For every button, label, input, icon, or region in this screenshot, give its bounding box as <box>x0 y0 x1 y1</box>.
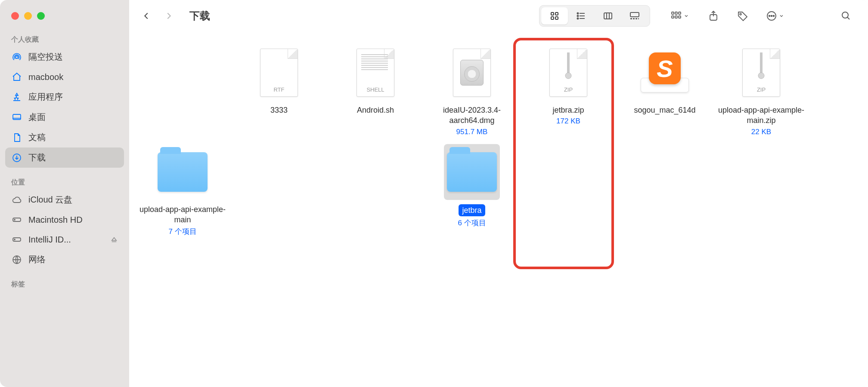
sidebar-item-macintosh-hd[interactable]: Macintosh HD <box>5 210 124 230</box>
file-thumb-folder <box>444 144 500 200</box>
sidebar-item-desktop[interactable]: 桌面 <box>5 107 124 127</box>
doc-type-label: ZIP <box>757 86 766 93</box>
file-item[interactable]: ZIP jetbra.zip 172 KB <box>520 42 617 141</box>
svg-rect-9 <box>555 12 558 15</box>
file-meta: 22 KB <box>751 128 771 136</box>
sidebar-label: 隔空投送 <box>28 51 63 63</box>
tags-button[interactable] <box>732 6 753 25</box>
svg-rect-10 <box>551 17 554 19</box>
sidebar: 个人收藏 隔空投送 macbook 应用程序 桌面 <box>0 0 129 387</box>
file-grid-area[interactable]: RTF 3333 SHELL Android.sh <box>129 32 868 387</box>
view-gallery-button[interactable] <box>621 7 648 25</box>
close-window-button[interactable] <box>11 12 19 20</box>
svg-rect-25 <box>675 16 677 18</box>
view-column-button[interactable] <box>595 7 621 25</box>
folder-icon <box>447 152 497 192</box>
zoom-window-button[interactable] <box>37 12 45 20</box>
share-button[interactable] <box>703 6 724 25</box>
view-list-button[interactable] <box>568 7 595 25</box>
file-name: upload-app-api-example-main.zip <box>716 105 806 126</box>
file-thumb-zip: ZIP <box>540 45 596 101</box>
file-grid: RTF 3333 SHELL Android.sh <box>134 42 863 242</box>
svg-rect-24 <box>672 16 674 18</box>
folder-icon <box>158 152 208 192</box>
svg-rect-20 <box>638 18 639 19</box>
sidebar-item-home[interactable]: macbook <box>5 67 124 87</box>
file-item-selected[interactable]: jetbra 6 个项目 <box>424 141 520 242</box>
file-item[interactable]: SHELL Android.sh <box>327 42 424 141</box>
disk-icon <box>11 214 22 225</box>
file-item[interactable]: ideaIU-2023.3.4-aarch64.dmg 951.7 MB <box>424 42 520 141</box>
search-button[interactable] <box>835 6 857 25</box>
svg-rect-17 <box>630 18 632 19</box>
svg-rect-15 <box>604 13 612 19</box>
file-meta: 6 个项目 <box>458 218 486 228</box>
sidebar-section-tags: 标签 <box>5 276 124 292</box>
svg-rect-36 <box>760 52 763 73</box>
svg-point-4 <box>14 219 15 220</box>
sidebar-item-applications[interactable]: 应用程序 <box>5 87 124 107</box>
sidebar-label: 文稿 <box>28 132 46 143</box>
file-item[interactable]: RTF 3333 <box>231 42 327 141</box>
toolbar: 下载 <box>129 0 868 32</box>
file-name: jetbra.zip <box>552 105 584 115</box>
eject-icon[interactable] <box>110 236 118 243</box>
svg-point-6 <box>14 239 15 240</box>
svg-rect-26 <box>679 16 681 18</box>
svg-rect-23 <box>679 12 681 14</box>
file-item[interactable]: ZIP upload-app-api-example-main.zip 22 K… <box>713 42 809 141</box>
file-name: Android.sh <box>357 105 394 115</box>
svg-point-37 <box>758 73 764 79</box>
file-item[interactable]: S sogou_mac_614d <box>617 42 713 141</box>
sidebar-item-intellij[interactable]: IntelliJ ID... <box>5 230 124 249</box>
forward-button[interactable] <box>159 6 178 25</box>
file-item[interactable]: upload-app-api-example-main 7 个项目 <box>134 141 231 242</box>
svg-rect-16 <box>630 12 639 17</box>
back-button[interactable] <box>137 6 156 25</box>
globe-icon <box>11 254 22 265</box>
sidebar-label: 应用程序 <box>28 91 63 103</box>
file-thumb-rtf: RTF <box>251 45 307 101</box>
file-name: 3333 <box>270 105 288 115</box>
desktop-icon <box>11 112 22 123</box>
sidebar-label: Macintosh HD <box>28 215 83 225</box>
action-menu-button[interactable] <box>761 6 789 25</box>
document-icon <box>11 132 22 143</box>
app-logo-icon: S <box>649 52 681 84</box>
file-meta: 951.7 MB <box>456 128 488 136</box>
airdrop-icon <box>11 52 22 63</box>
sidebar-item-network[interactable]: 网络 <box>5 249 124 270</box>
minimize-window-button[interactable] <box>24 12 32 20</box>
svg-point-32 <box>773 15 775 17</box>
svg-point-12 <box>577 13 579 14</box>
file-thumb-folder <box>155 144 211 200</box>
window-controls <box>5 9 124 32</box>
group-button[interactable] <box>665 6 695 25</box>
svg-point-28 <box>740 13 741 15</box>
sidebar-label: 下载 <box>28 152 46 163</box>
main-area: 下载 <box>129 0 868 387</box>
sidebar-item-downloads[interactable]: 下载 <box>5 147 124 168</box>
svg-rect-18 <box>633 18 635 19</box>
file-thumb-dmg <box>444 45 500 101</box>
sidebar-item-documents[interactable]: 文稿 <box>5 127 124 147</box>
home-icon <box>11 71 22 83</box>
svg-rect-22 <box>675 12 677 14</box>
svg-point-0 <box>16 56 18 58</box>
sidebar-item-icloud[interactable]: iCloud 云盘 <box>5 190 124 210</box>
file-thumb-shell: SHELL <box>347 45 403 101</box>
file-name: ideaIU-2023.3.4-aarch64.dmg <box>427 105 517 126</box>
svg-point-13 <box>577 15 579 17</box>
doc-type-label: RTF <box>273 86 284 93</box>
svg-rect-1 <box>13 114 21 120</box>
svg-rect-21 <box>672 12 674 14</box>
sidebar-label: macbook <box>28 72 63 82</box>
view-icon-button[interactable] <box>541 7 568 25</box>
window-title: 下载 <box>189 9 210 23</box>
file-meta: 172 KB <box>556 117 580 126</box>
svg-point-31 <box>771 15 772 17</box>
apps-icon <box>11 92 22 103</box>
svg-point-35 <box>565 73 571 79</box>
sidebar-item-airdrop[interactable]: 隔空投送 <box>5 47 124 67</box>
file-thumb-zip: ZIP <box>733 45 789 101</box>
